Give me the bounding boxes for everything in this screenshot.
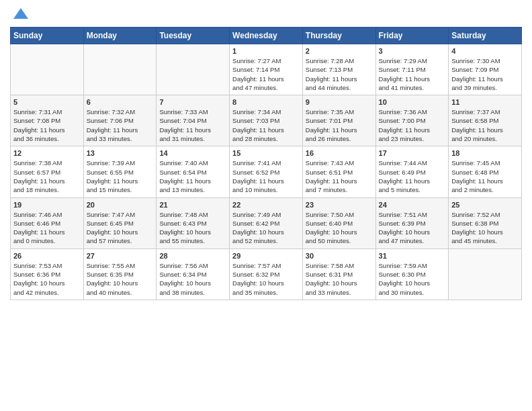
page: SundayMondayTuesdayWednesdayThursdayFrid… [0,0,532,411]
day-info: Sunrise: 7:33 AM Sunset: 7:04 PM Dayligh… [159,107,226,143]
calendar-cell: 4Sunrise: 7:30 AM Sunset: 7:09 PM Daylig… [449,44,522,95]
day-info: Sunrise: 7:58 AM Sunset: 6:31 PM Dayligh… [306,261,373,297]
day-number: 7 [159,98,226,106]
day-info: Sunrise: 7:29 AM Sunset: 7:11 PM Dayligh… [379,56,446,92]
calendar-cell: 5Sunrise: 7:31 AM Sunset: 7:08 PM Daylig… [11,95,84,146]
calendar-cell: 10Sunrise: 7:36 AM Sunset: 7:00 PM Dayli… [375,95,449,146]
calendar-cell [83,44,157,95]
day-info: Sunrise: 7:27 AM Sunset: 7:14 PM Dayligh… [232,56,300,92]
weekday-header-thursday: Thursday [302,28,375,44]
calendar-week-4: 19Sunrise: 7:46 AM Sunset: 6:46 PM Dayli… [11,197,522,248]
day-info: Sunrise: 7:31 AM Sunset: 7:08 PM Dayligh… [13,107,81,143]
day-number: 29 [232,252,300,260]
calendar-cell: 3Sunrise: 7:29 AM Sunset: 7:11 PM Daylig… [375,44,449,95]
calendar-cell: 23Sunrise: 7:50 AM Sunset: 6:40 PM Dayli… [302,197,375,248]
calendar-week-3: 12Sunrise: 7:38 AM Sunset: 6:57 PM Dayli… [11,146,522,197]
calendar-cell: 17Sunrise: 7:44 AM Sunset: 6:49 PM Dayli… [375,146,449,197]
weekday-header-monday: Monday [83,28,157,44]
day-info: Sunrise: 7:34 AM Sunset: 7:03 PM Dayligh… [232,107,300,143]
weekday-header-sunday: Sunday [11,28,84,44]
calendar-cell: 7Sunrise: 7:33 AM Sunset: 7:04 PM Daylig… [157,95,230,146]
day-info: Sunrise: 7:51 AM Sunset: 6:39 PM Dayligh… [379,210,446,246]
calendar-cell: 22Sunrise: 7:49 AM Sunset: 6:42 PM Dayli… [230,197,303,248]
day-info: Sunrise: 7:45 AM Sunset: 6:48 PM Dayligh… [451,158,519,194]
day-number: 23 [306,201,373,209]
day-info: Sunrise: 7:48 AM Sunset: 6:43 PM Dayligh… [159,210,226,246]
logo-area [10,7,28,21]
calendar-cell [11,44,84,95]
day-info: Sunrise: 7:41 AM Sunset: 6:52 PM Dayligh… [232,158,300,194]
day-number: 19 [13,201,81,209]
day-number: 4 [451,47,519,55]
svg-marker-0 [13,8,28,19]
day-number: 12 [13,149,81,157]
weekday-header-wednesday: Wednesday [230,28,303,44]
calendar-header: SundayMondayTuesdayWednesdayThursdayFrid… [11,28,522,44]
calendar-cell: 19Sunrise: 7:46 AM Sunset: 6:46 PM Dayli… [11,197,84,248]
calendar-cell: 16Sunrise: 7:43 AM Sunset: 6:51 PM Dayli… [302,146,375,197]
calendar-week-5: 26Sunrise: 7:53 AM Sunset: 6:36 PM Dayli… [11,248,522,300]
day-info: Sunrise: 7:46 AM Sunset: 6:46 PM Dayligh… [13,210,81,246]
calendar-cell: 30Sunrise: 7:58 AM Sunset: 6:31 PM Dayli… [302,248,375,300]
calendar-table: SundayMondayTuesdayWednesdayThursdayFrid… [10,27,522,300]
calendar-cell: 6Sunrise: 7:32 AM Sunset: 7:06 PM Daylig… [83,95,157,146]
calendar-cell: 25Sunrise: 7:52 AM Sunset: 6:38 PM Dayli… [449,197,522,248]
day-info: Sunrise: 7:28 AM Sunset: 7:13 PM Dayligh… [306,56,373,92]
day-number: 28 [159,252,226,260]
calendar-cell: 28Sunrise: 7:56 AM Sunset: 6:34 PM Dayli… [157,248,230,300]
day-number: 24 [379,201,446,209]
day-number: 8 [232,98,300,106]
day-number: 11 [451,98,519,106]
day-number: 22 [232,201,300,209]
calendar-cell: 21Sunrise: 7:48 AM Sunset: 6:43 PM Dayli… [157,197,230,248]
day-info: Sunrise: 7:52 AM Sunset: 6:38 PM Dayligh… [451,210,519,246]
calendar-cell [449,248,522,300]
day-number: 27 [87,252,154,260]
day-info: Sunrise: 7:35 AM Sunset: 7:01 PM Dayligh… [306,107,373,143]
calendar-week-1: 1Sunrise: 7:27 AM Sunset: 7:14 PM Daylig… [11,44,522,95]
day-number: 9 [306,98,373,106]
calendar-cell: 20Sunrise: 7:47 AM Sunset: 6:45 PM Dayli… [83,197,157,248]
header [10,7,522,21]
calendar-cell: 9Sunrise: 7:35 AM Sunset: 7:01 PM Daylig… [302,95,375,146]
day-number: 13 [87,149,154,157]
day-info: Sunrise: 7:39 AM Sunset: 6:55 PM Dayligh… [87,158,154,194]
day-info: Sunrise: 7:49 AM Sunset: 6:42 PM Dayligh… [232,210,300,246]
calendar-cell: 24Sunrise: 7:51 AM Sunset: 6:39 PM Dayli… [375,197,449,248]
calendar-cell: 18Sunrise: 7:45 AM Sunset: 6:48 PM Dayli… [449,146,522,197]
day-number: 10 [379,98,446,106]
calendar-cell: 14Sunrise: 7:40 AM Sunset: 6:54 PM Dayli… [157,146,230,197]
day-info: Sunrise: 7:32 AM Sunset: 7:06 PM Dayligh… [87,107,154,143]
weekday-header-tuesday: Tuesday [157,28,230,44]
day-number: 5 [13,98,81,106]
day-number: 31 [379,252,446,260]
calendar-week-2: 5Sunrise: 7:31 AM Sunset: 7:08 PM Daylig… [11,95,522,146]
day-number: 30 [306,252,373,260]
day-info: Sunrise: 7:56 AM Sunset: 6:34 PM Dayligh… [159,261,226,297]
day-info: Sunrise: 7:55 AM Sunset: 6:35 PM Dayligh… [87,261,154,297]
calendar-cell: 1Sunrise: 7:27 AM Sunset: 7:14 PM Daylig… [230,44,303,95]
day-info: Sunrise: 7:37 AM Sunset: 6:58 PM Dayligh… [451,107,519,143]
day-number: 17 [379,149,446,157]
day-info: Sunrise: 7:59 AM Sunset: 6:30 PM Dayligh… [379,261,446,297]
day-info: Sunrise: 7:36 AM Sunset: 7:00 PM Dayligh… [379,107,446,143]
weekday-header-friday: Friday [375,28,449,44]
day-number: 3 [379,47,446,55]
day-info: Sunrise: 7:53 AM Sunset: 6:36 PM Dayligh… [13,261,81,297]
weekday-header-saturday: Saturday [449,28,522,44]
day-number: 25 [451,201,519,209]
day-number: 14 [159,149,226,157]
calendar-cell: 11Sunrise: 7:37 AM Sunset: 6:58 PM Dayli… [449,95,522,146]
day-info: Sunrise: 7:47 AM Sunset: 6:45 PM Dayligh… [87,210,154,246]
day-info: Sunrise: 7:44 AM Sunset: 6:49 PM Dayligh… [379,158,446,194]
day-info: Sunrise: 7:40 AM Sunset: 6:54 PM Dayligh… [159,158,226,194]
calendar-cell: 27Sunrise: 7:55 AM Sunset: 6:35 PM Dayli… [83,248,157,300]
day-info: Sunrise: 7:50 AM Sunset: 6:40 PM Dayligh… [306,210,373,246]
day-number: 21 [159,201,226,209]
day-number: 6 [87,98,154,106]
calendar-cell: 13Sunrise: 7:39 AM Sunset: 6:55 PM Dayli… [83,146,157,197]
calendar-cell [157,44,230,95]
day-info: Sunrise: 7:38 AM Sunset: 6:57 PM Dayligh… [13,158,81,194]
day-number: 2 [306,47,373,55]
day-number: 18 [451,149,519,157]
